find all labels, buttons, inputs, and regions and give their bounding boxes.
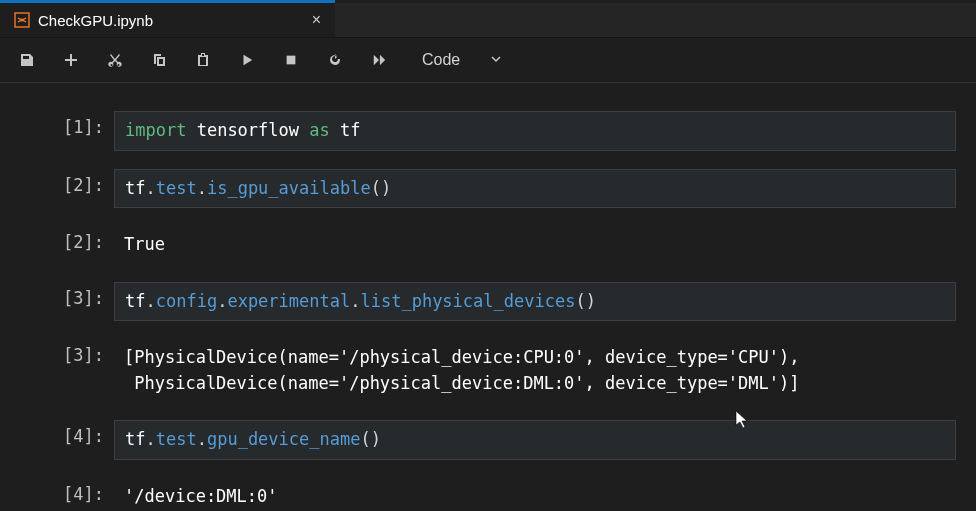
prompt-in-4: [4]: xyxy=(20,420,114,446)
tok: experimental xyxy=(227,291,350,311)
cell-input-3[interactable]: tf.config.experimental.list_physical_dev… xyxy=(114,282,956,322)
cell-input-1[interactable]: import tensorflow as tf xyxy=(114,111,956,151)
restart-icon[interactable] xyxy=(326,51,344,69)
tok: () xyxy=(371,178,391,198)
jupyter-icon xyxy=(14,12,30,28)
token-keyword: import xyxy=(125,120,186,140)
close-icon[interactable]: × xyxy=(312,11,321,29)
prompt-in-1: [1]: xyxy=(20,111,114,137)
token-alias: tf xyxy=(340,120,360,140)
tok: list_physical_devices xyxy=(360,291,575,311)
save-icon[interactable] xyxy=(18,51,36,69)
tok: . xyxy=(145,429,155,449)
tok: . xyxy=(145,291,155,311)
stop-icon[interactable] xyxy=(282,51,300,69)
tab-title: CheckGPU.ipynb xyxy=(38,12,153,29)
run-icon[interactable] xyxy=(238,51,256,69)
add-cell-icon[interactable] xyxy=(62,51,80,69)
token-module: tensorflow xyxy=(197,120,299,140)
cell-3-output-row: [3]: [PhysicalDevice(name='/physical_dev… xyxy=(20,339,956,402)
cell-output-3: [PhysicalDevice(name='/physical_device:C… xyxy=(114,339,956,402)
tok: . xyxy=(350,291,360,311)
cell-4: [4]: tf.test.gpu_device_name() xyxy=(20,420,956,460)
tok: . xyxy=(197,429,207,449)
prompt-in-3: [3]: xyxy=(20,282,114,308)
tok: test xyxy=(156,429,197,449)
tok: is_gpu_available xyxy=(207,178,371,198)
cell-4-output-row: [4]: '/device:DML:0' xyxy=(20,478,956,512)
chevron-down-icon xyxy=(490,52,502,68)
cell-input-4[interactable]: tf.test.gpu_device_name() xyxy=(114,420,956,460)
tok: . xyxy=(197,178,207,198)
cell-type-label: Code xyxy=(422,51,460,69)
tok: test xyxy=(156,178,197,198)
prompt-out-4: [4]: xyxy=(20,478,114,504)
svg-rect-1 xyxy=(287,56,296,65)
copy-icon[interactable] xyxy=(150,51,168,69)
token-keyword: as xyxy=(309,120,329,140)
cell-input-2[interactable]: tf.test.is_gpu_available() xyxy=(114,169,956,209)
tok: gpu_device_name xyxy=(207,429,361,449)
prompt-in-2: [2]: xyxy=(20,169,114,195)
tok: . xyxy=(217,291,227,311)
cell-1: [1]: import tensorflow as tf xyxy=(20,111,956,151)
tab-bar: CheckGPU.ipynb × xyxy=(0,3,976,38)
tok: . xyxy=(145,178,155,198)
cell-2: [2]: tf.test.is_gpu_available() xyxy=(20,169,956,209)
tok: tf xyxy=(125,178,145,198)
prompt-out-3: [3]: xyxy=(20,339,114,365)
tok: () xyxy=(575,291,595,311)
notebook-toolbar: Code xyxy=(0,38,976,83)
tok: config xyxy=(156,291,217,311)
tok: tf xyxy=(125,291,145,311)
cell-2-output-row: [2]: True xyxy=(20,226,956,264)
notebook-area: [1]: import tensorflow as tf [2]: tf.tes… xyxy=(0,83,976,511)
cut-icon[interactable] xyxy=(106,51,124,69)
cell-output-4: '/device:DML:0' xyxy=(114,478,956,512)
tab-checkgpu[interactable]: CheckGPU.ipynb × xyxy=(0,3,335,37)
tok: tf xyxy=(125,429,145,449)
cell-type-select[interactable]: Code xyxy=(414,49,510,71)
paste-icon[interactable] xyxy=(194,51,212,69)
cell-3: [3]: tf.config.experimental.list_physica… xyxy=(20,282,956,322)
run-all-icon[interactable] xyxy=(370,51,388,69)
cell-output-2: True xyxy=(114,226,956,264)
tok: () xyxy=(360,429,380,449)
prompt-out-2: [2]: xyxy=(20,226,114,252)
